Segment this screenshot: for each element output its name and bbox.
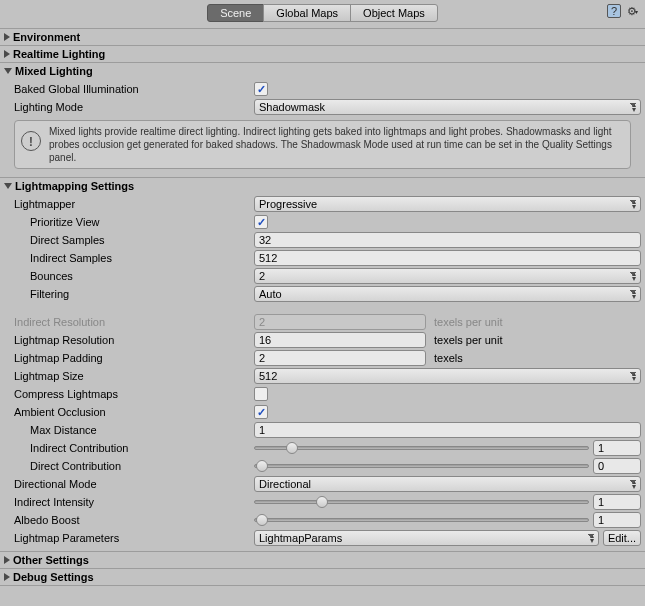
indirect-resolution-input: 2 bbox=[254, 314, 426, 330]
direct-samples-input[interactable]: 32 bbox=[254, 232, 641, 248]
direct-contribution-label: Direct Contribution bbox=[30, 460, 254, 472]
section-title: Environment bbox=[13, 31, 80, 43]
lighting-mode-label: Lighting Mode bbox=[14, 101, 254, 113]
bounces-dropdown[interactable]: 2▴▾ bbox=[254, 268, 641, 284]
ambient-occlusion-label: Ambient Occlusion bbox=[14, 406, 254, 418]
chevron-right-icon bbox=[4, 33, 10, 41]
help-icon[interactable]: ? bbox=[607, 4, 621, 18]
tab-object-maps[interactable]: Object Maps bbox=[350, 4, 438, 22]
filtering-label: Filtering bbox=[30, 288, 254, 300]
prioritize-view-label: Prioritize View bbox=[30, 216, 254, 228]
lightmapper-value: Progressive bbox=[259, 198, 317, 210]
prioritize-view-checkbox[interactable] bbox=[254, 215, 268, 229]
section-title: Mixed Lighting bbox=[15, 65, 93, 77]
chevron-right-icon bbox=[4, 50, 10, 58]
lightmap-size-dropdown[interactable]: 512▴▾ bbox=[254, 368, 641, 384]
direct-samples-label: Direct Samples bbox=[30, 234, 254, 246]
lightmap-parameters-value: LightmapParams bbox=[259, 532, 342, 544]
section-title: Other Settings bbox=[13, 554, 89, 566]
unit-texels-per-unit: texels per unit bbox=[434, 334, 502, 346]
albedo-boost-label: Albedo Boost bbox=[14, 514, 254, 526]
compress-lightmaps-checkbox[interactable] bbox=[254, 387, 268, 401]
directional-mode-value: Directional bbox=[259, 478, 311, 490]
max-distance-input[interactable]: 1 bbox=[254, 422, 641, 438]
section-debug-settings: Debug Settings bbox=[0, 568, 645, 586]
section-other-settings: Other Settings bbox=[0, 551, 645, 568]
indirect-samples-label: Indirect Samples bbox=[30, 252, 254, 264]
info-icon: ! bbox=[21, 131, 41, 151]
section-title: Realtime Lighting bbox=[13, 48, 105, 60]
lightmap-parameters-label: Lightmap Parameters bbox=[14, 532, 254, 544]
tab-global-maps[interactable]: Global Maps bbox=[263, 4, 351, 22]
section-header-mixed[interactable]: Mixed Lighting bbox=[0, 63, 645, 79]
section-header-debug[interactable]: Debug Settings bbox=[0, 569, 645, 585]
bounces-label: Bounces bbox=[30, 270, 254, 282]
edit-button[interactable]: Edit... bbox=[603, 530, 641, 546]
chevron-down-icon bbox=[4, 183, 12, 189]
unit-texels-per-unit: texels per unit bbox=[434, 316, 502, 328]
filtering-value: Auto bbox=[259, 288, 282, 300]
lightmap-padding-label: Lightmap Padding bbox=[14, 352, 254, 364]
lightmap-padding-input[interactable]: 2 bbox=[254, 350, 426, 366]
lightmap-size-value: 512 bbox=[259, 370, 277, 382]
direct-contribution-slider[interactable] bbox=[254, 464, 589, 468]
indirect-intensity-label: Indirect Intensity bbox=[14, 496, 254, 508]
lightmap-parameters-dropdown[interactable]: LightmapParams▴▾ bbox=[254, 530, 599, 546]
section-mixed-lighting: Mixed Lighting Baked Global Illumination… bbox=[0, 62, 645, 177]
section-realtime-lighting: Realtime Lighting bbox=[0, 45, 645, 62]
section-header-environment[interactable]: Environment bbox=[0, 29, 645, 45]
directional-mode-dropdown[interactable]: Directional▴▾ bbox=[254, 476, 641, 492]
info-text: Mixed lights provide realtime direct lig… bbox=[49, 125, 624, 164]
lightmap-resolution-label: Lightmap Resolution bbox=[14, 334, 254, 346]
chevron-right-icon bbox=[4, 556, 10, 564]
indirect-samples-input[interactable]: 512 bbox=[254, 250, 641, 266]
direct-contribution-value[interactable]: 0 bbox=[593, 458, 641, 474]
section-environment: Environment bbox=[0, 28, 645, 45]
baked-gi-label: Baked Global Illumination bbox=[14, 83, 254, 95]
tab-scene[interactable]: Scene bbox=[207, 4, 264, 22]
chevron-right-icon bbox=[4, 573, 10, 581]
directional-mode-label: Directional Mode bbox=[14, 478, 254, 490]
section-header-lightmapping[interactable]: Lightmapping Settings bbox=[0, 178, 645, 194]
baked-gi-checkbox[interactable] bbox=[254, 82, 268, 96]
albedo-boost-slider[interactable] bbox=[254, 518, 589, 522]
section-title: Lightmapping Settings bbox=[15, 180, 134, 192]
lighting-mode-info: ! Mixed lights provide realtime direct l… bbox=[14, 120, 631, 169]
lightmapper-dropdown[interactable]: Progressive▴▾ bbox=[254, 196, 641, 212]
top-toolbar: Scene Global Maps Object Maps ? ⚙▾ bbox=[0, 0, 645, 28]
section-header-realtime[interactable]: Realtime Lighting bbox=[0, 46, 645, 62]
gear-icon[interactable]: ⚙▾ bbox=[625, 4, 639, 18]
ambient-occlusion-checkbox[interactable] bbox=[254, 405, 268, 419]
lighting-mode-dropdown[interactable]: Shadowmask▴▾ bbox=[254, 99, 641, 115]
tab-group: Scene Global Maps Object Maps bbox=[207, 4, 438, 22]
unit-texels: texels bbox=[434, 352, 463, 364]
indirect-contribution-value[interactable]: 1 bbox=[593, 440, 641, 456]
compress-lightmaps-label: Compress Lightmaps bbox=[14, 388, 254, 400]
max-distance-label: Max Distance bbox=[30, 424, 254, 436]
bounces-value: 2 bbox=[259, 270, 265, 282]
filtering-dropdown[interactable]: Auto▴▾ bbox=[254, 286, 641, 302]
section-header-other[interactable]: Other Settings bbox=[0, 552, 645, 568]
indirect-intensity-slider[interactable] bbox=[254, 500, 589, 504]
indirect-resolution-label: Indirect Resolution bbox=[14, 316, 254, 328]
lightmapper-label: Lightmapper bbox=[14, 198, 254, 210]
albedo-boost-value[interactable]: 1 bbox=[593, 512, 641, 528]
lighting-mode-value: Shadowmask bbox=[259, 101, 325, 113]
indirect-contribution-label: Indirect Contribution bbox=[30, 442, 254, 454]
chevron-down-icon bbox=[4, 68, 12, 74]
section-lightmapping-settings: Lightmapping Settings Lightmapper Progre… bbox=[0, 177, 645, 551]
section-title: Debug Settings bbox=[13, 571, 94, 583]
lightmap-resolution-input[interactable]: 16 bbox=[254, 332, 426, 348]
lightmap-size-label: Lightmap Size bbox=[14, 370, 254, 382]
indirect-intensity-value[interactable]: 1 bbox=[593, 494, 641, 510]
indirect-contribution-slider[interactable] bbox=[254, 446, 589, 450]
